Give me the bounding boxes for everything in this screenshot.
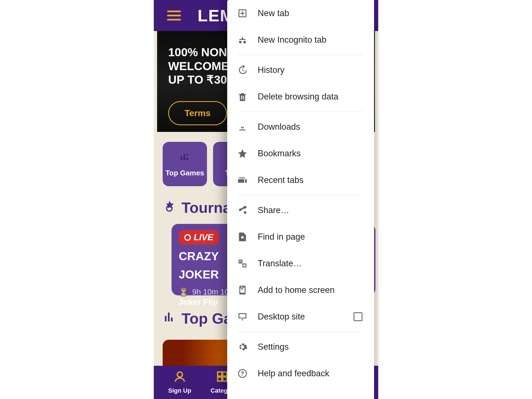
menu-label: Find in page [258,232,305,242]
menu-separator [237,332,364,332]
menu-separator [237,112,364,112]
menu-label: New tab [258,8,289,18]
chip-top-games[interactable]: Top Games [163,142,207,186]
menu-delete-browsing-data[interactable]: Delete browsing data [227,83,374,110]
help-icon [237,368,248,379]
svg-rect-5 [218,377,222,381]
hourglass-icon: ⏳ [179,288,188,297]
menu-history[interactable]: History [227,57,374,83]
menu-label: Add to home screen [258,285,334,295]
hamburger-menu-icon[interactable] [167,11,181,21]
menu-label: Help and feedback [258,369,329,378]
bars-icon [163,310,176,326]
chip-label: Top Games [165,169,204,177]
add-home-icon [237,285,248,295]
medal-icon [163,200,176,216]
menu-label: Translate… [258,259,302,268]
menu-label: Bookmarks [258,149,301,158]
desktop-site-checkbox[interactable] [354,312,362,321]
svg-rect-6 [223,377,227,381]
menu-label: Delete browsing data [258,92,338,102]
menu-label: Downloads [258,122,300,132]
find-icon [237,232,248,242]
menu-help-feedback[interactable]: Help and feedback [227,360,374,387]
menu-new-tab[interactable]: New tab [227,0,374,27]
menu-downloads[interactable]: Downloads [227,114,374,140]
menu-separator [237,195,364,195]
tournament-timer: 9h 10m 10 [192,288,229,296]
menu-desktop-site[interactable]: Desktop site [227,303,374,330]
menu-label: New Incognito tab [258,35,326,45]
incognito-icon [237,35,248,45]
gear-icon [237,342,248,352]
translate-icon [237,258,248,269]
grid-icon [216,370,228,385]
menu-label: Share… [258,205,289,215]
bars-icon [179,151,191,166]
menu-share[interactable]: Share… [227,197,374,224]
terms-button[interactable]: Terms [168,101,227,125]
svg-point-2 [177,372,182,377]
menu-new-incognito[interactable]: New Incognito tab [227,27,374,53]
menu-find-in-page[interactable]: Find in page [227,224,374,250]
svg-rect-4 [223,372,227,376]
browser-overflow-menu: New tab New Incognito tab History Delete… [227,0,374,399]
trash-icon [237,91,248,102]
share-icon [237,205,248,216]
history-icon [237,65,248,75]
menu-bookmarks[interactable]: Bookmarks [227,140,374,167]
nav-signup[interactable]: Sign Up [168,370,191,394]
menu-label: Desktop site [258,312,305,322]
menu-translate[interactable]: Translate… [227,250,374,277]
live-badge: LIVE [179,230,219,245]
menu-separator [237,55,364,55]
target-icon [184,234,191,241]
menu-label: Settings [258,342,289,352]
svg-rect-3 [218,372,222,376]
plus-box-icon [237,8,248,19]
devices-icon [237,175,248,185]
menu-add-to-home[interactable]: Add to home screen [227,277,374,303]
user-icon [174,370,186,385]
menu-recent-tabs[interactable]: Recent tabs [227,167,374,193]
live-label: LIVE [194,232,213,242]
menu-settings[interactable]: Settings [227,334,374,360]
menu-label: History [258,65,284,75]
download-icon [237,122,248,132]
menu-label: Recent tabs [258,175,303,185]
nav-label: Sign Up [168,387,191,394]
star-icon [237,148,248,159]
desktop-icon [237,311,248,322]
